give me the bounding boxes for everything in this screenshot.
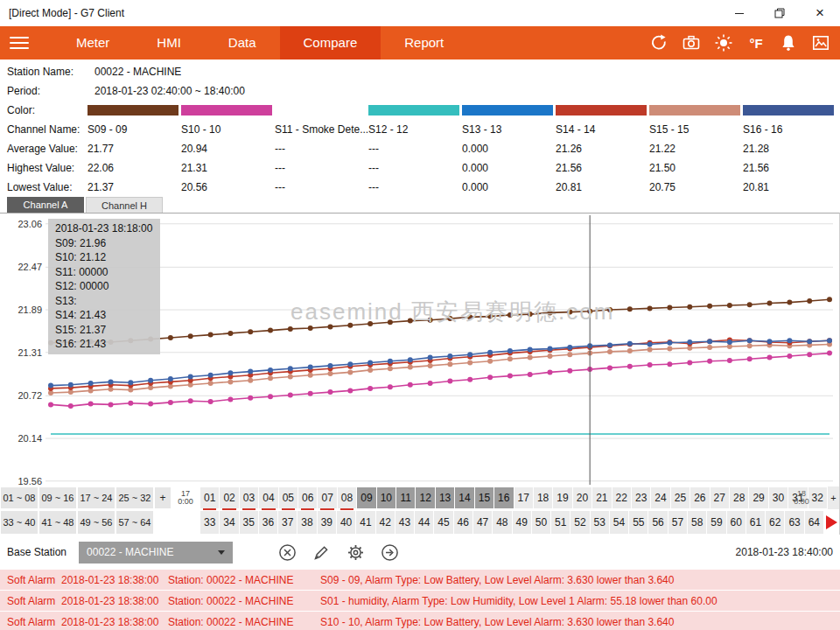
tab-channel-a[interactable]: Channel A — [7, 197, 84, 213]
channel-number-cell[interactable]: 02 — [219, 486, 238, 509]
next-page-arrow[interactable] — [823, 510, 839, 535]
channel-number-cell[interactable]: 21 — [592, 486, 611, 509]
sun-icon[interactable] — [713, 32, 734, 53]
base-station-dropdown[interactable]: 00022 - MACHINE — [79, 542, 233, 564]
nav-tab-compare[interactable]: Compare — [280, 26, 382, 60]
image-export-icon[interactable] — [810, 32, 831, 53]
add-group-button[interactable]: + — [154, 486, 172, 509]
channel-group-button[interactable]: 09 ~ 16 — [38, 486, 77, 509]
hamburger-menu-icon[interactable] — [0, 26, 38, 60]
channel-number-cell[interactable]: 49 — [512, 510, 531, 535]
camera-icon[interactable] — [681, 32, 702, 53]
channel-number-cell[interactable]: 20 — [572, 486, 592, 509]
channel-group-button[interactable]: 33 ~ 40 — [0, 510, 38, 535]
channel-number-cell[interactable]: 17 — [514, 486, 533, 509]
channel-number-cell[interactable]: 43 — [395, 510, 414, 535]
channel-group-button[interactable]: 17 ~ 24 — [77, 486, 116, 509]
restore-button[interactable] — [760, 0, 800, 26]
channel-number-cell[interactable]: 23 — [631, 486, 650, 509]
channel-number-cell[interactable]: 22 — [612, 486, 631, 509]
nav-tab-hmi[interactable]: HMI — [133, 26, 205, 60]
channel-number-cell[interactable]: 32 — [808, 486, 827, 509]
channel-group-button[interactable]: 41 ~ 48 — [38, 510, 77, 535]
channel-number-cell[interactable]: 52 — [570, 510, 589, 535]
channel-number-cell[interactable]: 19 — [552, 486, 571, 509]
channel-number-cell[interactable]: 24 — [650, 486, 669, 509]
channel-number-cell[interactable]: 40 — [336, 510, 355, 535]
settings-gear-icon[interactable] — [345, 542, 366, 563]
channel-number-cell[interactable]: 31 — [788, 486, 807, 509]
channel-group-button[interactable]: 57 ~ 64 — [116, 510, 154, 535]
channel-group-button[interactable]: 01 ~ 08 — [0, 486, 38, 509]
channel-number-cell[interactable]: 62 — [765, 510, 784, 535]
channel-number-cell[interactable]: 35 — [239, 510, 258, 535]
channel-group-button[interactable]: 25 ~ 32 — [116, 486, 154, 509]
channel-selector-row-1: 01 ~ 0809 ~ 1617 ~ 2425 ~ 32+170:0001020… — [0, 486, 839, 509]
channel-number-cell[interactable]: 47 — [472, 510, 492, 535]
channel-number-cell[interactable]: 16 — [494, 486, 513, 509]
channel-number-cell[interactable]: 58 — [687, 510, 706, 535]
channel-number-cell[interactable]: 44 — [414, 510, 433, 535]
channel-number-cell[interactable]: 50 — [531, 510, 550, 535]
edit-pen-icon[interactable] — [311, 542, 332, 563]
nav-tab-meter[interactable]: Meter — [52, 26, 133, 60]
sync-icon[interactable] — [648, 32, 669, 53]
channel-number-cell[interactable]: 61 — [746, 510, 765, 535]
channel-number-cell[interactable]: 25 — [670, 486, 690, 509]
channel-number-cell[interactable]: 11 — [396, 486, 415, 509]
tab-channel-h[interactable]: Channel H — [86, 197, 163, 213]
channel-number-cell[interactable]: 26 — [690, 486, 709, 509]
channel-number-cell[interactable]: 46 — [453, 510, 472, 535]
channel-number-cell[interactable]: 30 — [768, 486, 788, 509]
clear-icon[interactable] — [276, 542, 298, 563]
channel-number-cell[interactable]: 51 — [550, 510, 570, 535]
channel-number-cell[interactable]: 29 — [748, 486, 767, 509]
channel-number-cell[interactable]: 07 — [317, 486, 336, 509]
go-arrow-icon[interactable] — [379, 542, 400, 563]
channel-number-cell[interactable]: 63 — [784, 510, 803, 535]
channel-number-cell[interactable]: 09 — [356, 486, 375, 509]
nav-tab-data[interactable]: Data — [205, 26, 280, 60]
channel-number-cell[interactable]: 14 — [454, 486, 473, 509]
channel-number-cell[interactable]: 42 — [375, 510, 395, 535]
channel-number-cell[interactable]: 01 — [200, 486, 219, 509]
channel-number-cell[interactable]: 53 — [590, 510, 609, 535]
nav-tab-report[interactable]: Report — [381, 26, 467, 60]
channel-number-cell[interactable]: 10 — [376, 486, 396, 509]
channel-number-cell[interactable]: 15 — [474, 486, 494, 509]
channel-number-cell[interactable]: 03 — [239, 486, 258, 509]
channel-number-cell[interactable]: 12 — [415, 486, 434, 509]
channel-number-cell[interactable]: 41 — [355, 510, 374, 535]
channel-number-cell[interactable]: 55 — [628, 510, 648, 535]
channel-number-cell[interactable]: 60 — [726, 510, 746, 535]
channel-number-cell[interactable]: 08 — [337, 486, 356, 509]
scroll-more-button[interactable]: + — [827, 486, 839, 509]
channel-number-cell[interactable]: 64 — [804, 510, 823, 535]
channel-number-cell[interactable]: 18 — [533, 486, 552, 509]
minimize-button[interactable] — [719, 0, 760, 26]
alarm-bell-icon[interactable] — [778, 32, 799, 53]
channel-number-cell[interactable]: 45 — [433, 510, 452, 535]
trend-chart[interactable]: 23.0622.4721.8921.3120.7220.1419.56 ease… — [0, 213, 840, 535]
channel-number-cell[interactable]: 34 — [219, 510, 238, 535]
channel-number-cell[interactable]: 06 — [298, 486, 317, 509]
channel-number-cell[interactable]: 27 — [710, 486, 729, 509]
temperature-unit-toggle[interactable]: °F — [746, 32, 766, 53]
channel-number-cell[interactable]: 33 — [200, 510, 219, 535]
channel-number-cell[interactable]: 39 — [317, 510, 336, 535]
alarm-row: Soft Alarm2018-01-23 18:38:00Station: 00… — [0, 591, 840, 611]
channel-number-cell[interactable]: 57 — [668, 510, 687, 535]
channel-number-cell[interactable]: 56 — [648, 510, 667, 535]
channel-number-cell[interactable]: 36 — [258, 510, 277, 535]
channel-number-cell[interactable]: 28 — [729, 486, 748, 509]
channel-number-cell[interactable]: 04 — [258, 486, 277, 509]
channel-number-cell[interactable]: 48 — [492, 510, 511, 535]
channel-number-cell[interactable]: 54 — [609, 510, 628, 535]
channel-number-cell[interactable]: 38 — [297, 510, 316, 535]
channel-number-cell[interactable]: 59 — [706, 510, 725, 535]
channel-number-cell[interactable]: 05 — [278, 486, 298, 509]
close-button[interactable]: × — [800, 0, 840, 26]
channel-group-button[interactable]: 49 ~ 56 — [77, 510, 116, 535]
channel-number-cell[interactable]: 37 — [277, 510, 297, 535]
channel-number-cell[interactable]: 13 — [435, 486, 454, 509]
